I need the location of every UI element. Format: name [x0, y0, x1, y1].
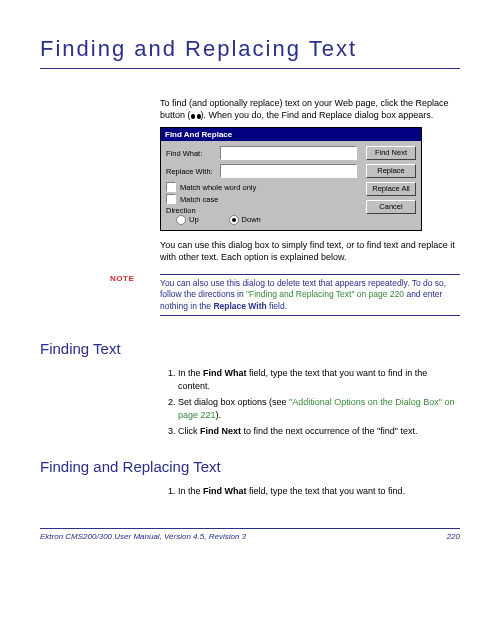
radio-down[interactable] [229, 215, 239, 225]
find-replace-dialog: Find And Replace Find What: Replace With… [160, 127, 422, 231]
finding-steps: In the Find What field, type the text th… [160, 367, 460, 438]
note-rule-top [160, 274, 460, 275]
list-item: In the Find What field, type the text th… [178, 485, 460, 498]
replace-all-button[interactable]: Replace All [366, 182, 416, 196]
list-item: Click Find Next to find the next occurre… [178, 425, 460, 438]
note-bold: Replace With [213, 301, 266, 311]
note-block: NOTE You can also use this dialog to del… [160, 274, 460, 316]
radio-up[interactable] [176, 215, 186, 225]
note-rule-bottom [160, 315, 460, 316]
dialog-body: Find What: Replace With: Match whole wor… [161, 141, 421, 230]
intro-para: To find (and optionally replace) text on… [160, 97, 460, 121]
find-what-label: Find What: [166, 149, 220, 158]
note-label: NOTE [110, 274, 134, 283]
replace-with-input[interactable] [220, 164, 357, 178]
finding-text-body: In the Find What field, type the text th… [160, 367, 460, 438]
note-post: field. [267, 301, 287, 311]
replace-with-label: Replace With: [166, 167, 220, 176]
page-number: 220 [447, 532, 460, 541]
direction-label: Direction [166, 206, 361, 215]
after-dialog-para: You can use this dialog box to simply fi… [160, 239, 460, 263]
match-case-label: Match case [180, 195, 218, 204]
down-label: Down [242, 215, 261, 224]
intro-line2-post: ). When you do, the Find and Replace dia… [201, 110, 434, 120]
intro-block: To find (and optionally replace) text on… [160, 97, 460, 264]
heading-finding-replacing: Finding and Replacing Text [40, 458, 460, 475]
radio-up-wrap[interactable]: Up [176, 215, 199, 225]
intro-line1: To find (and optionally replace) text on… [160, 98, 398, 108]
note-text: You can also use this dialog to delete t… [160, 278, 460, 312]
page-footer: Ektron CMS200/300 User Manual, Version 4… [40, 528, 460, 541]
title-rule [40, 68, 460, 69]
radio-down-wrap[interactable]: Down [229, 215, 261, 225]
dialog-titlebar: Find And Replace [161, 128, 421, 141]
dialog-screenshot: Find And Replace Find What: Replace With… [160, 127, 460, 231]
footer-text: Ektron CMS200/300 User Manual, Version 4… [40, 532, 246, 541]
list-item: In the Find What field, type the text th… [178, 367, 460, 392]
binoculars-icon [191, 112, 201, 120]
page-title: Finding and Replacing Text [40, 36, 460, 62]
replace-button[interactable]: Replace [366, 164, 416, 178]
match-whole-word-label: Match whole word only [180, 183, 256, 192]
cancel-button[interactable]: Cancel [366, 200, 416, 214]
find-what-input[interactable] [220, 146, 357, 160]
replacing-body: In the Find What field, type the text th… [160, 485, 460, 498]
match-case-checkbox[interactable] [166, 194, 176, 204]
replacing-steps: In the Find What field, type the text th… [160, 485, 460, 498]
page: Finding and Replacing Text To find (and … [0, 0, 500, 561]
list-item: Set dialog box options (see "Additional … [178, 396, 460, 421]
match-whole-word-checkbox[interactable] [166, 182, 176, 192]
note-link[interactable]: "Finding and Replacing Text" on page 220 [246, 289, 404, 299]
heading-finding-text: Finding Text [40, 340, 460, 357]
up-label: Up [189, 215, 199, 224]
find-next-button[interactable]: Find Next [366, 146, 416, 160]
